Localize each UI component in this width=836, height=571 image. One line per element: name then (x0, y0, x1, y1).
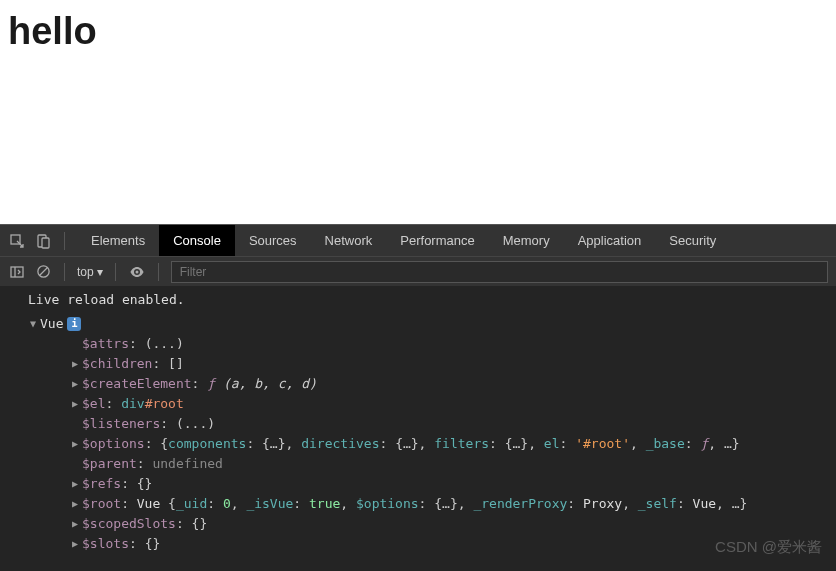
separator (64, 232, 65, 250)
p: , (286, 434, 302, 454)
prop-key: $scopedSlots (82, 514, 176, 534)
prop-key: $slots (82, 534, 129, 554)
context-selector[interactable]: top ▾ (77, 265, 103, 279)
v: 0 (223, 494, 231, 514)
page-heading: hello (8, 10, 828, 53)
object-header-row[interactable]: ▼Vuei (28, 314, 836, 334)
object-class: Vue (40, 314, 63, 334)
live-expression-icon[interactable] (128, 263, 146, 281)
prop-row[interactable]: ▶$options: {components: {…}, directives:… (28, 434, 836, 454)
tab-performance[interactable]: Performance (386, 225, 488, 257)
p: , (231, 494, 247, 514)
colon: : (145, 434, 161, 454)
tab-network[interactable]: Network (311, 225, 387, 257)
svg-rect-2 (42, 238, 49, 248)
v: Proxy (583, 494, 622, 514)
tab-security[interactable]: Security (655, 225, 730, 257)
prop-key: $parent (82, 454, 137, 474)
console-toolbar: top ▾ (0, 256, 836, 286)
prop-row[interactable]: $attrs: (...) (28, 334, 836, 354)
k: _base (646, 434, 685, 454)
expand-right-icon[interactable]: ▶ (70, 514, 80, 534)
p: : (567, 494, 583, 514)
clear-console-icon[interactable] (34, 263, 52, 281)
separator (115, 263, 116, 281)
tab-console[interactable]: Console (159, 225, 235, 257)
tab-memory[interactable]: Memory (489, 225, 564, 257)
el-tag: div (121, 394, 144, 414)
tab-application[interactable]: Application (564, 225, 656, 257)
expand-down-icon[interactable]: ▼ (28, 314, 38, 334)
chevron-down-icon: ▾ (97, 265, 103, 279)
spacer (70, 334, 80, 354)
expand-right-icon[interactable]: ▶ (70, 354, 80, 374)
object-inspector[interactable]: ▼Vuei $attrs: (...) ▶$children: [] ▶$cre… (0, 314, 836, 554)
v: {…} (434, 494, 457, 514)
colon: : (129, 534, 145, 554)
context-label: top (77, 265, 94, 279)
sidebar-toggle-icon[interactable] (8, 263, 26, 281)
separator (158, 263, 159, 281)
prop-row[interactable]: ▶$scopedSlots: {} (28, 514, 836, 534)
prop-row[interactable]: ▶$refs: {} (28, 474, 836, 494)
v: Vue (693, 494, 716, 514)
prop-row[interactable]: ▶$el: div#root (28, 394, 836, 414)
expand-right-icon[interactable]: ▶ (70, 474, 80, 494)
cls: Vue (137, 494, 168, 514)
colon: : (121, 494, 137, 514)
p: , … (708, 434, 731, 454)
filter-wrapper (171, 261, 828, 283)
v: true (309, 494, 340, 514)
prop-row[interactable]: ▶$createElement: ƒ (a, b, c, d) (28, 374, 836, 394)
p: , (528, 434, 544, 454)
colon: : (129, 334, 145, 354)
p: , (458, 494, 474, 514)
svg-rect-3 (11, 267, 23, 277)
prop-val: {} (137, 474, 153, 494)
colon: : (137, 454, 153, 474)
p: , (419, 434, 435, 454)
expand-right-icon[interactable]: ▶ (70, 434, 80, 454)
expand-right-icon[interactable]: ▶ (70, 374, 80, 394)
tab-elements[interactable]: Elements (77, 225, 159, 257)
k: directives (301, 434, 379, 454)
prop-row[interactable]: ▶$root: Vue {_uid: 0, _isVue: true, $opt… (28, 494, 836, 514)
info-badge-icon[interactable]: i (67, 317, 81, 331)
prop-val: {} (192, 514, 208, 534)
brace: { (160, 434, 168, 454)
tabbar-icons (0, 232, 77, 250)
p: , (622, 494, 638, 514)
v: {…} (395, 434, 418, 454)
k: _renderProxy (473, 494, 567, 514)
expand-right-icon[interactable]: ▶ (70, 494, 80, 514)
k: components (168, 434, 246, 454)
v: '#root' (575, 434, 630, 454)
p: : (379, 434, 395, 454)
prop-key: $attrs (82, 334, 129, 354)
expand-right-icon[interactable]: ▶ (70, 534, 80, 554)
expand-right-icon[interactable]: ▶ (70, 394, 80, 414)
prop-row[interactable]: $parent: undefined (28, 454, 836, 474)
spacer (70, 454, 80, 474)
spacer (70, 414, 80, 434)
p: : (489, 434, 505, 454)
tab-sources[interactable]: Sources (235, 225, 311, 257)
svg-line-6 (39, 268, 47, 276)
prop-key: $el (82, 394, 105, 414)
prop-key: $refs (82, 474, 121, 494)
prop-val: (...) (145, 334, 184, 354)
inspect-element-icon[interactable] (8, 232, 26, 250)
device-toggle-icon[interactable] (34, 232, 52, 250)
k: _uid (176, 494, 207, 514)
prop-row[interactable]: $listeners: (...) (28, 414, 836, 434)
prop-key: $children (82, 354, 152, 374)
console-output[interactable]: Live reload enabled. ▼Vuei $attrs: (...)… (0, 286, 836, 571)
devtools-panel: Elements Console Sources Network Perform… (0, 224, 836, 571)
prop-key: $options (82, 434, 145, 454)
brace: { (168, 494, 176, 514)
prop-row[interactable]: ▶$children: [] (28, 354, 836, 374)
filter-input[interactable] (171, 261, 828, 283)
p: : (246, 434, 262, 454)
colon: : (152, 354, 168, 374)
func-sig: (a, b, c, d) (215, 374, 317, 394)
